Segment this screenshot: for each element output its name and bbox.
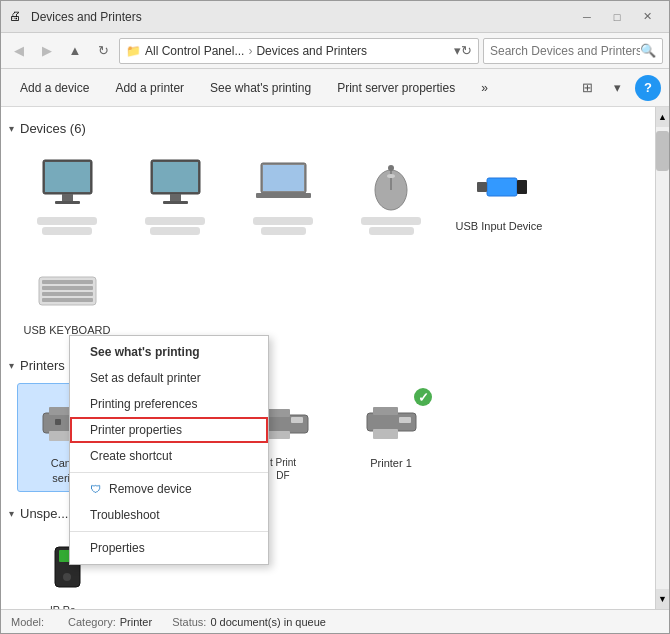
breadcrumb-icon: 📁	[126, 44, 141, 58]
view-toggle-button[interactable]: ⊞	[573, 74, 601, 102]
devices-section-header[interactable]: ▾ Devices (6)	[9, 121, 641, 136]
content-area: ▾ Devices (6)	[1, 107, 669, 609]
window-frame: 🖨 Devices and Printers ─ □ ✕ ◀ ▶ ▲ ↻ 📁 A…	[0, 0, 670, 634]
keyboard-icon	[32, 259, 102, 319]
devices-grid: USB Input Device	[9, 146, 641, 344]
breadcrumb-refresh[interactable]: ↻	[461, 43, 472, 58]
svg-rect-10	[256, 193, 311, 198]
svg-rect-40	[373, 429, 398, 439]
status-model: Model:	[11, 616, 48, 628]
close-button[interactable]: ✕	[633, 6, 661, 28]
window-title: Devices and Printers	[31, 10, 573, 24]
default-checkmark: ✓	[414, 388, 432, 406]
context-menu: See what's printing Set as default print…	[69, 335, 269, 565]
unspecified-chevron: ▾	[9, 508, 14, 519]
device-monitor2-label2	[150, 227, 200, 235]
printer-1[interactable]: ✓ Printer 1	[341, 383, 441, 492]
context-menu-item-see-printing[interactable]: See what's printing	[70, 339, 268, 365]
ir-label: IR Re...	[50, 604, 84, 609]
context-menu-item-printer-props[interactable]: Printer properties	[70, 417, 268, 443]
search-input[interactable]	[490, 44, 640, 58]
forward-button[interactable]: ▶	[35, 39, 59, 63]
unspecified-title: Unspe...	[20, 506, 68, 521]
svg-point-44	[63, 573, 71, 581]
see-printing-button[interactable]: See what's printing	[199, 74, 322, 102]
context-menu-item-set-default[interactable]: Set as default printer	[70, 365, 268, 391]
monitor1-icon	[32, 155, 102, 215]
back-button[interactable]: ◀	[7, 39, 31, 63]
monitor2-icon	[140, 155, 210, 215]
add-printer-label: Add a printer	[115, 81, 184, 95]
svg-rect-1	[45, 162, 90, 192]
scrollbar[interactable]: ▲ ▼	[655, 107, 669, 609]
breadcrumb[interactable]: 📁 All Control Panel... › Devices and Pri…	[119, 38, 479, 64]
device-monitor2[interactable]	[125, 146, 225, 242]
addressbar: ◀ ▶ ▲ ↻ 📁 All Control Panel... › Devices…	[1, 33, 669, 69]
view-controls: ⊞ ▾	[573, 74, 631, 102]
search-box[interactable]: 🔍	[483, 38, 663, 64]
svg-rect-18	[42, 280, 93, 284]
context-menu-item-remove-device[interactable]: 🛡 Remove device	[70, 476, 268, 502]
context-menu-item-create-shortcut[interactable]: Create shortcut	[70, 443, 268, 469]
add-device-button[interactable]: Add a device	[9, 74, 100, 102]
context-menu-item-printing-prefs[interactable]: Printing preferences	[70, 391, 268, 417]
svg-rect-16	[477, 182, 487, 192]
context-menu-separator2	[70, 531, 268, 532]
status-label: Status:	[172, 616, 206, 628]
status-queue: Status: 0 document(s) in queue	[172, 616, 326, 628]
device-monitor1-label2	[42, 227, 92, 235]
svg-rect-3	[55, 201, 80, 204]
svg-rect-41	[399, 417, 411, 423]
app-icon: 🖨	[9, 9, 25, 25]
add-printer-button[interactable]: Add a printer	[104, 74, 195, 102]
device-laptop[interactable]	[233, 146, 333, 242]
more-button[interactable]: »	[470, 74, 499, 102]
mouse-icon-img	[356, 155, 426, 215]
usb-icon	[464, 155, 534, 215]
titlebar: 🖨 Devices and Printers ─ □ ✕	[1, 1, 669, 33]
context-menu-separator	[70, 472, 268, 473]
device-keyboard[interactable]: USB KEYBOARD	[17, 250, 117, 344]
svg-rect-5	[153, 162, 198, 192]
category-label: Category:	[68, 616, 116, 628]
see-printing-label: See what's printing	[210, 81, 311, 95]
scroll-up[interactable]: ▲	[656, 107, 669, 127]
context-menu-item-properties[interactable]: Properties	[70, 535, 268, 561]
device-monitor1[interactable]	[17, 146, 117, 242]
device-usb-label: USB Input Device	[456, 219, 543, 233]
devices-chevron: ▾	[9, 123, 14, 134]
breadcrumb-dropdown[interactable]: ▾	[454, 43, 461, 58]
print-server-button[interactable]: Print server properties	[326, 74, 466, 102]
laptop-icon	[248, 155, 318, 215]
printer-1-label: Printer 1	[370, 456, 412, 470]
device-usb[interactable]: USB Input Device	[449, 146, 549, 242]
svg-rect-6	[170, 194, 181, 201]
breadcrumb-part1: All Control Panel...	[145, 44, 244, 58]
svg-rect-15	[517, 180, 527, 194]
device-mouse[interactable]	[341, 146, 441, 242]
scroll-down[interactable]: ▼	[656, 589, 669, 609]
refresh-button[interactable]: ↻	[91, 39, 115, 63]
view-dropdown-button[interactable]: ▾	[603, 74, 631, 102]
restore-button[interactable]: □	[603, 6, 631, 28]
window-controls: ─ □ ✕	[573, 6, 661, 28]
context-menu-item-troubleshoot[interactable]: Troubleshoot	[70, 502, 268, 528]
devices-title: Devices (6)	[20, 121, 86, 136]
status-value: 0 document(s) in queue	[210, 616, 326, 628]
printer-tprint-label: t PrintDF	[270, 456, 296, 482]
device-monitor2-label	[145, 217, 205, 225]
statusbar: Model: Category: Printer Status: 0 docum…	[1, 609, 669, 633]
svg-rect-27	[55, 419, 61, 425]
toolbar: Add a device Add a printer See what's pr…	[1, 69, 669, 107]
device-laptop-label	[253, 217, 313, 225]
minimize-button[interactable]: ─	[573, 6, 601, 28]
device-mouse-label	[361, 217, 421, 225]
scroll-thumb[interactable]	[656, 131, 669, 171]
up-button[interactable]: ▲	[63, 39, 87, 63]
help-button[interactable]: ?	[635, 75, 661, 101]
svg-rect-37	[291, 417, 303, 423]
printers-chevron: ▾	[9, 360, 14, 371]
search-icon: 🔍	[640, 43, 656, 58]
svg-rect-19	[42, 286, 93, 290]
category-value: Printer	[120, 616, 152, 628]
